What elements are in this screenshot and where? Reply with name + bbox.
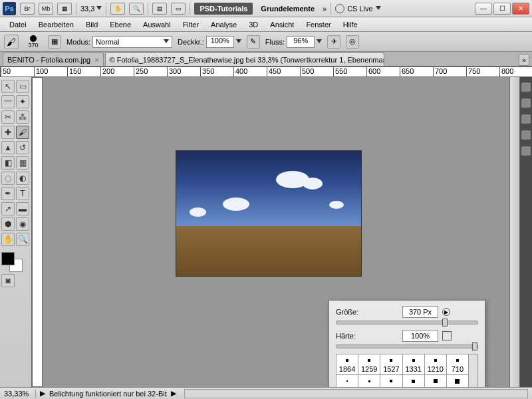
stamp-tool[interactable]: ▲: [1, 141, 15, 154]
history-brush-tool[interactable]: ↺: [16, 141, 29, 154]
svg-marker-0: [96, 6, 102, 10]
brush-preset[interactable]: 1259: [358, 354, 380, 375]
brush-tool-icon[interactable]: 🖌: [4, 35, 19, 49]
brush-preset[interactable]: 710: [447, 354, 469, 375]
brush-preset[interactable]: 6: [447, 375, 469, 387]
menu-ebene[interactable]: Ebene: [104, 19, 136, 31]
workspace-grundelemente[interactable]: Grundelemente: [257, 3, 319, 15]
menu-3d[interactable]: 3D: [243, 19, 263, 31]
shape-tool[interactable]: ▬: [16, 202, 29, 215]
tablet-size-icon[interactable]: ◎: [346, 35, 359, 49]
brush-preset[interactable]: 1210: [425, 354, 447, 375]
window-buttons: — ☐ ✕: [475, 3, 529, 15]
status-zoom[interactable]: 33,33%: [4, 390, 36, 398]
gradient-tool[interactable]: ▦: [16, 156, 29, 170]
maximize-button[interactable]: ☐: [493, 3, 511, 15]
minimize-button[interactable]: —: [475, 3, 492, 15]
chevron-icon[interactable]: [236, 39, 241, 45]
hand-tool-button[interactable]: ✋: [110, 3, 125, 15]
new-preset-icon[interactable]: [442, 331, 452, 340]
layers-panel-icon[interactable]: [521, 114, 531, 124]
brush-preset[interactable]: 2: [358, 375, 380, 387]
zoom-dropdown[interactable]: 33,3: [80, 5, 102, 13]
modus-dropdown[interactable]: Normal: [92, 36, 172, 48]
lasso-tool[interactable]: 〰: [1, 95, 15, 108]
brush-preset[interactable]: 5: [425, 375, 447, 387]
view-extras-button[interactable]: ▦: [57, 3, 72, 15]
close-tab-icon[interactable]: ×: [94, 56, 98, 64]
zoom-tool-button[interactable]: 🔍: [129, 3, 144, 15]
brush-preset-picker[interactable]: 370: [24, 35, 43, 49]
blur-tool[interactable]: ◌: [1, 172, 15, 185]
svg-marker-4: [317, 39, 322, 43]
menu-auswahl[interactable]: Auswahl: [138, 19, 176, 31]
move-tool[interactable]: ↖: [1, 80, 15, 93]
history-panel-icon[interactable]: [521, 146, 531, 156]
swatches-panel-icon[interactable]: [521, 98, 531, 108]
wand-tool[interactable]: ✦: [16, 95, 29, 108]
brush-preset[interactable]: 3: [380, 375, 402, 387]
hardness-input[interactable]: 100%: [402, 330, 438, 342]
dodge-tool[interactable]: ◐: [16, 172, 29, 185]
flow-input[interactable]: 96%: [287, 36, 315, 48]
bridge-button[interactable]: Br: [20, 3, 35, 15]
brush-preset[interactable]: 1: [336, 375, 358, 387]
adjustments-panel-icon[interactable]: [521, 130, 531, 140]
marquee-tool[interactable]: ▭: [16, 80, 29, 93]
eraser-tool[interactable]: ◧: [1, 156, 15, 170]
brush-preset[interactable]: 1527: [380, 354, 402, 375]
status-arrow-icon[interactable]: ▶: [171, 389, 176, 398]
menu-filter[interactable]: Filter: [178, 19, 204, 31]
foreground-color[interactable]: [1, 252, 15, 265]
vertical-scrollbar[interactable]: [509, 77, 520, 387]
menu-hilfe[interactable]: Hilfe: [338, 19, 363, 31]
minibridge-button[interactable]: Mb: [39, 3, 53, 15]
quickmask-tool[interactable]: ◙: [1, 274, 15, 287]
chevron-icon[interactable]: [317, 39, 322, 45]
menu-bearbeiten[interactable]: Bearbeiten: [33, 19, 79, 31]
zoom-tool[interactable]: 🔍: [16, 233, 29, 246]
brush-tool[interactable]: 🖌: [16, 126, 29, 139]
healing-tool[interactable]: ✚: [1, 126, 15, 139]
hardness-slider[interactable]: [336, 344, 478, 348]
airbrush-icon[interactable]: ✈: [327, 35, 340, 49]
crop-tool[interactable]: ✂: [1, 110, 15, 124]
status-arrow-icon[interactable]: ▶: [40, 389, 45, 398]
3d-camera-tool[interactable]: ◉: [16, 217, 29, 231]
close-button[interactable]: ✕: [512, 3, 529, 15]
hand-tool[interactable]: ✋: [1, 233, 15, 246]
tabs-overflow[interactable]: »: [519, 54, 529, 66]
svg-marker-2: [164, 39, 169, 43]
color-panel-icon[interactable]: [521, 82, 531, 92]
workspace-psd-tutorials[interactable]: PSD-Tutorials: [194, 3, 253, 15]
horizontal-scrollbar[interactable]: [184, 389, 528, 398]
canvas[interactable]: Größe: 370 Px ▶ Härte: 100% 186412591527…: [43, 77, 509, 387]
brush-preset[interactable]: 4: [403, 375, 425, 387]
brush-preset[interactable]: 1864: [336, 354, 358, 375]
color-swatches[interactable]: [1, 252, 25, 272]
path-select-tool[interactable]: ↗: [1, 202, 15, 215]
menu-ansicht[interactable]: Ansicht: [265, 19, 299, 31]
arrange-documents-button[interactable]: ▤: [152, 3, 167, 15]
presets-scrollbar[interactable]: [469, 354, 478, 387]
opacity-input[interactable]: 100%: [206, 36, 234, 48]
size-input[interactable]: 370 Px: [402, 306, 438, 318]
eyedropper-tool[interactable]: ⁂: [16, 110, 29, 124]
screen-mode-button[interactable]: ▭: [171, 3, 186, 15]
pen-tool[interactable]: ✒: [1, 187, 15, 200]
flyout-icon[interactable]: ▶: [442, 308, 450, 316]
brush-preset[interactable]: 1331: [403, 354, 425, 375]
menu-fenster[interactable]: Fenster: [301, 19, 336, 31]
size-slider[interactable]: [336, 321, 478, 325]
menu-analyse[interactable]: Analyse: [205, 19, 242, 31]
type-tool[interactable]: T: [16, 187, 29, 200]
cslive-button[interactable]: CS Live: [335, 4, 381, 13]
more-icon[interactable]: »: [323, 5, 327, 13]
3d-tool[interactable]: ⬢: [1, 217, 15, 231]
menu-datei[interactable]: Datei: [4, 19, 32, 31]
menu-bild[interactable]: Bild: [80, 19, 103, 31]
tablet-opacity-icon[interactable]: ✎: [247, 35, 260, 49]
document-tab-2[interactable]: © Fotolia_19883727_S_Elenathewise.jpg be…: [105, 53, 384, 66]
brush-panel-toggle[interactable]: ▦: [48, 35, 61, 49]
document-tab-1[interactable]: BENITO - Fotolia.com.jpg ×: [3, 53, 104, 66]
